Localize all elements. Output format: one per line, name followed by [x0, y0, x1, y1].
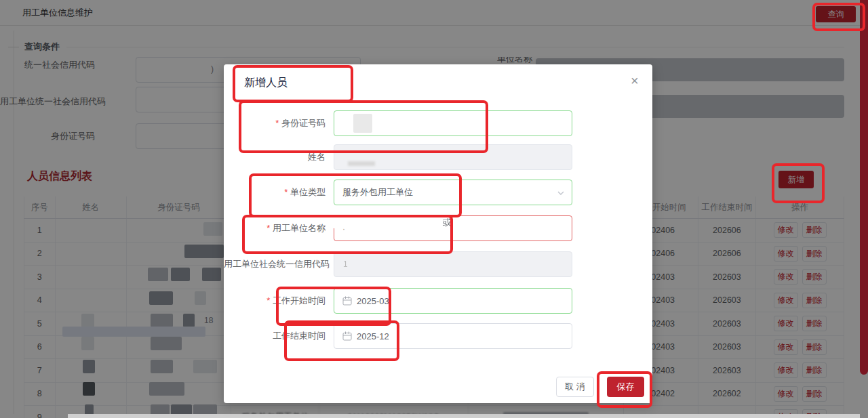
add-person-dialog: 新增人员 × 身份证号码 姓名 单位类型 服务外包用工单位 用工单位名称	[224, 64, 652, 403]
field-row-name: 姓名	[224, 144, 652, 170]
name-input	[334, 144, 572, 170]
start-time-picker[interactable]: 2025-03	[334, 288, 572, 314]
unit-type-label: 单位类型	[224, 186, 326, 198]
end-time-label: 工作结束时间	[224, 330, 326, 342]
end-time-value: 2025-12	[357, 331, 389, 341]
calendar-icon	[342, 296, 352, 306]
unit-name-input[interactable]: · 或	[334, 215, 572, 241]
id-label: 身份证号码	[224, 117, 326, 129]
id-input[interactable]	[334, 110, 572, 136]
unit-name-label: 用工单位名称	[224, 222, 326, 234]
name-redaction-smudge	[348, 161, 375, 166]
save-button[interactable]: 保存	[607, 377, 644, 397]
cancel-button[interactable]: 取 消	[556, 377, 594, 397]
start-time-value: 2025-03	[357, 296, 389, 306]
name-label: 姓名	[224, 151, 326, 163]
credit-label: 用工单位社会统一信用代码	[224, 258, 326, 270]
unit-type-value: 服务外包用工单位	[342, 186, 413, 198]
field-row-credit: 用工单位社会统一信用代码 1	[224, 251, 652, 277]
unit-name-text-fragment: 或	[443, 217, 452, 229]
scrollbar-thumb[interactable]	[860, 0, 868, 375]
id-redaction-block	[353, 114, 372, 133]
field-row-start-time: 工作开始时间 2025-03	[224, 288, 652, 314]
field-row-end-time: 工作结束时间 2025-12	[224, 323, 652, 349]
credit-input: 1	[334, 251, 572, 277]
credit-fragment: 1	[343, 259, 348, 269]
field-row-unit-type: 单位类型 服务外包用工单位	[224, 180, 652, 205]
unit-type-select[interactable]: 服务外包用工单位	[334, 180, 572, 205]
field-row-unit-name: 用工单位名称 · 或	[224, 215, 652, 241]
start-time-label: 工作开始时间	[224, 295, 326, 307]
calendar-icon	[342, 331, 352, 341]
bottom-edge-strip	[68, 414, 860, 418]
close-icon[interactable]: ×	[631, 74, 639, 87]
dialog-title: 新增人员	[244, 76, 288, 90]
end-time-picker[interactable]: 2025-12	[334, 323, 572, 349]
field-row-id: 身份证号码	[224, 110, 652, 136]
unit-name-dot-fragment: ·	[342, 224, 345, 234]
screen: 用工单位信息维护 查询 查询条件 统一社会信用代码 ) 单位名称 用工单位统一社…	[0, 0, 868, 418]
chevron-down-icon	[557, 189, 565, 199]
unit-name-white-redaction	[332, 207, 448, 228]
